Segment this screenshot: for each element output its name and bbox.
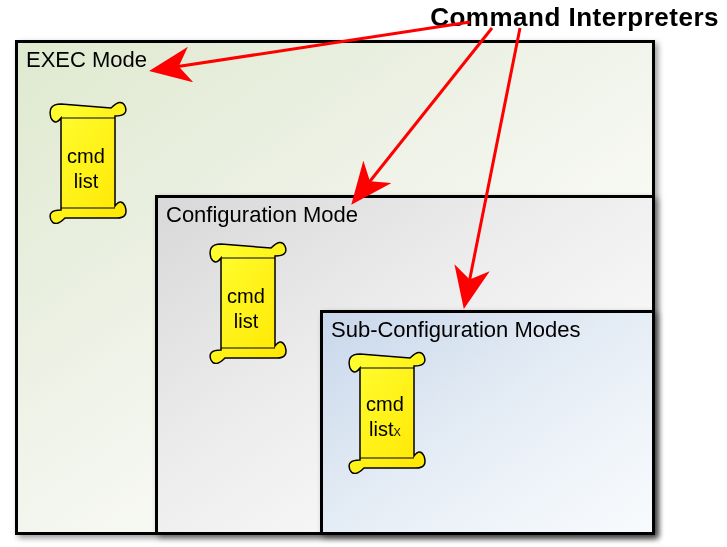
- cmd-list-scroll-config: cmd list: [203, 240, 289, 368]
- diagram-title: Command Interpreters: [430, 2, 719, 33]
- cmd-list-text: cmd list: [203, 284, 289, 334]
- sub-configuration-mode-label: Sub-Configuration Modes: [331, 317, 580, 343]
- cmd-list-text: cmd list: [43, 144, 129, 194]
- exec-mode-label: EXEC Mode: [26, 47, 147, 73]
- cmd-list-scroll-sub: cmd listX: [342, 350, 428, 478]
- cmd-list-scroll-exec: cmd list: [43, 100, 129, 228]
- configuration-mode-label: Configuration Mode: [166, 202, 358, 228]
- cmd-list-text: cmd listX: [342, 392, 428, 442]
